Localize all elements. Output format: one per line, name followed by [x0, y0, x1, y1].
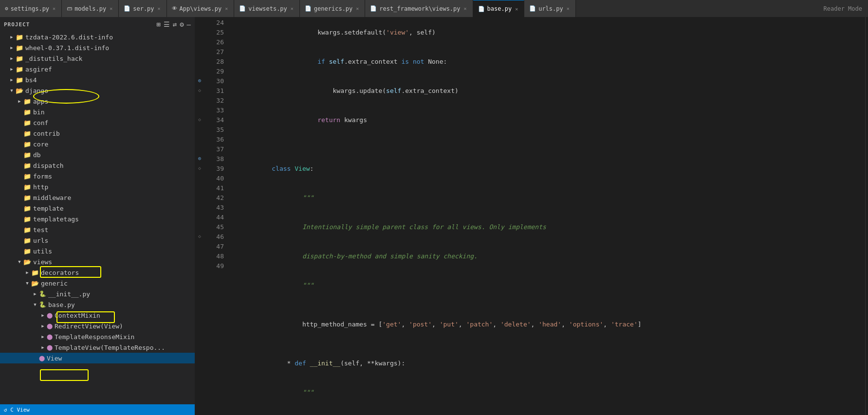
tree-item-base-py[interactable]: ▼ 🐍 base.py	[0, 299, 195, 310]
tab-close-viewsets[interactable]: ✕	[290, 5, 295, 12]
sidebar-header: PROJECT ⊞ ☰ ⇄ ⚙ —	[0, 17, 195, 32]
tree-item-tzdata[interactable]: ▶ 📁 tzdata-2022.6.dist-info	[0, 32, 195, 42]
tree-item-test[interactable]: 📁 test	[0, 224, 195, 235]
gutter-46: ◇	[195, 231, 204, 241]
tree-item-contrib[interactable]: 📁 contrib	[0, 128, 195, 139]
tree-item-asgiref[interactable]: ▶ 📁 asgiref	[0, 64, 195, 74]
line-num-26: 26	[204, 37, 224, 47]
tree-label-views: views	[33, 258, 52, 266]
gutter-38: ⊙	[195, 153, 204, 163]
python-file-icon: 🐍	[39, 290, 46, 297]
tree-item-urls[interactable]: 📁 urls	[0, 235, 195, 246]
sidebar-icon-split[interactable]: ⇄	[173, 20, 177, 28]
code-text: """	[272, 194, 314, 201]
tab-generics[interactable]: 📄 generics.py ✕	[300, 0, 366, 17]
tree-item-view-selected[interactable]: ⬤ View	[0, 353, 195, 363]
tab-appviews[interactable]: 👁 App\views.py ✕	[167, 0, 235, 17]
gutter-25	[195, 27, 204, 36]
base-file-icon: 📄	[478, 6, 485, 12]
tree-item-middleware[interactable]: 📁 middleware	[0, 192, 195, 203]
tab-ser[interactable]: 📄 ser.py ✕	[119, 0, 166, 17]
code-line-34: """	[234, 271, 860, 300]
tree-item-core[interactable]: 📁 core	[0, 139, 195, 149]
tree-arrow: ▶	[8, 77, 16, 82]
tree-item-decorators[interactable]: ▶ 📁 decorators	[0, 267, 195, 278]
code-lines[interactable]: kwargs.setdefault('view', self) if self.…	[229, 17, 865, 415]
tab-rfviews[interactable]: 📄 rest_framework\views.py ✕	[365, 0, 473, 17]
tree-item-dispatch[interactable]: 📁 dispatch	[0, 160, 195, 171]
tree-item-db[interactable]: 📁 db	[0, 149, 195, 160]
line-num-25: 25	[204, 28, 224, 37]
code-text: Intentionally simple parent class for al…	[272, 223, 546, 231]
gutter-26	[195, 36, 204, 46]
tree-item-contextmixin[interactable]: ▶ ⬤ ContextMixin	[0, 310, 195, 321]
tab-close-models[interactable]: ✕	[109, 5, 113, 12]
tree-item-views[interactable]: ▼ 📂 views	[0, 256, 195, 267]
folder-icon: 📁	[23, 151, 31, 159]
tree-item-generic[interactable]: ▼ 📂 generic	[0, 278, 195, 289]
line-num-36: 36	[204, 135, 224, 144]
tree-label: conf	[33, 119, 48, 126]
tree-item-bs4[interactable]: ▶ 📁 bs4	[0, 74, 195, 85]
tree-item-utils[interactable]: 📁 utils	[0, 246, 195, 256]
tab-viewsets[interactable]: 📄 viewsets.py ✕	[234, 0, 300, 17]
code-line-39: """	[234, 378, 860, 407]
tree-item-templateresponsemixin[interactable]: ▶ ⬤ TemplateResponseMixin	[0, 331, 195, 342]
tree-label: _distutils_hack	[25, 55, 82, 62]
tree-item-forms[interactable]: 📁 forms	[0, 171, 195, 181]
tab-base[interactable]: 📄 base.py ✕	[473, 0, 525, 17]
tab-label: rest_framework\views.py	[379, 5, 460, 12]
folder-open-icon: 📂	[23, 258, 31, 266]
code-line-36: http_method_names = ['get', 'post', 'put…	[234, 310, 860, 339]
code-text: dispatch-by-method and simple sanity che…	[272, 253, 478, 260]
tree-item-templateview[interactable]: ▶ ⬤ TemplateView(TemplateRespo...	[0, 342, 195, 353]
tab-close-base[interactable]: ✕	[514, 6, 519, 12]
folder-open-icon: 📂	[16, 87, 23, 94]
tree-item-conf[interactable]: 📁 conf	[0, 117, 195, 128]
sidebar-status-text: ↺ C View	[4, 407, 30, 413]
tab-urls[interactable]: 📄 urls.py ✕	[524, 0, 576, 17]
tree-item-apps[interactable]: ▶ 📁 apps	[0, 96, 195, 107]
code-content[interactable]: ⊙ ◇ ◇ ⊙ ◇ ◇	[195, 17, 868, 415]
gutter-43	[195, 202, 204, 212]
reader-mode-button[interactable]: Reader Mode	[818, 5, 868, 12]
python-file-icon: 🐍	[39, 301, 46, 308]
tab-models[interactable]: 🗃 models.py ✕	[62, 0, 119, 17]
tree-item-distutils[interactable]: ▶ 📁 _distutils_hack	[0, 53, 195, 64]
tree-item-bin[interactable]: 📁 bin	[0, 107, 195, 117]
line-num-24: 24	[204, 18, 224, 28]
tab-close-settings[interactable]: ✕	[52, 5, 56, 12]
gutter-24	[195, 17, 204, 27]
sidebar-icon-minimize[interactable]: —	[187, 20, 191, 28]
code-text: if self.extra_context is not None:	[272, 58, 447, 65]
tree-item-django[interactable]: ▼ 📂 django	[0, 85, 195, 96]
line-num-45: 45	[204, 222, 224, 232]
sidebar-icon-settings[interactable]: ⚙	[180, 20, 184, 28]
tab-settings[interactable]: ⚙ settings.py ✕	[0, 0, 62, 17]
tree-label: RedirectView(View)	[55, 323, 123, 330]
folder-icon: 📁	[16, 76, 23, 84]
tab-close-generics[interactable]: ✕	[355, 5, 360, 12]
gutter-34: ◇	[195, 114, 204, 124]
tab-close-urls[interactable]: ✕	[566, 5, 571, 12]
folder-icon: 📁	[23, 183, 31, 191]
folder-icon: 📁	[23, 162, 31, 169]
gutter-39: ◇	[195, 163, 204, 173]
tree-item-http[interactable]: 📁 http	[0, 181, 195, 192]
folder-icon: 📁	[16, 66, 23, 73]
sidebar-tree: ▶ 📁 tzdata-2022.6.dist-info ▶ 📁 wheel-0.…	[0, 32, 195, 404]
tab-close-appviews[interactable]: ✕	[224, 5, 229, 12]
tree-label: db	[33, 151, 41, 159]
tree-item-templatetags[interactable]: 📁 templatetags	[0, 214, 195, 224]
tree-item-init-py[interactable]: ▶ 🐍 __init__.py	[0, 289, 195, 299]
minimap	[865, 17, 868, 415]
folder-icon: 📁	[31, 269, 39, 276]
tree-item-template[interactable]: 📁 template	[0, 203, 195, 214]
code-line-29	[234, 144, 860, 154]
tree-item-wheel[interactable]: ▶ 📁 wheel-0.37.1.dist-info	[0, 42, 195, 53]
tab-close-ser[interactable]: ✕	[157, 5, 162, 12]
tree-item-redirectview[interactable]: ▶ ⬤ RedirectView(View)	[0, 321, 195, 331]
sidebar-icon-list[interactable]: ☰	[164, 20, 170, 28]
sidebar-icon-layout[interactable]: ⊞	[156, 20, 160, 28]
tab-close-rfviews[interactable]: ✕	[463, 5, 468, 12]
